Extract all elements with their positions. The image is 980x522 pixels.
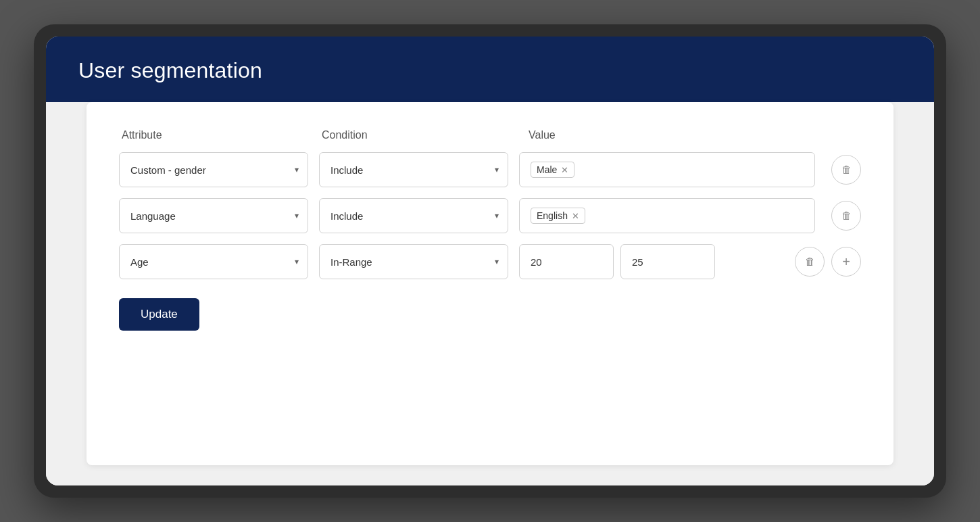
attribute-select-wrapper-1: Custom - gender Language Age (119, 152, 308, 187)
segmentation-card: Attribute Condition Value Custom - gende… (87, 102, 893, 465)
delete-button-3[interactable] (795, 247, 825, 277)
table-header: Attribute Condition Value (119, 129, 861, 141)
value-tag: Male ✕ (531, 162, 574, 178)
plus-icon (842, 254, 850, 270)
value-tags-container-2: English ✕ (519, 198, 815, 233)
action-buttons-2 (831, 201, 861, 231)
value-field-2: English ✕ (519, 198, 815, 233)
condition-select-wrapper-3: Include Exclude In-Range (319, 244, 508, 279)
tag-close-icon[interactable]: ✕ (572, 212, 579, 220)
value-tag: English ✕ (531, 208, 585, 224)
condition-select-wrapper-1: Include Exclude In-Range (319, 152, 508, 187)
attribute-select-1[interactable]: Custom - gender Language Age (119, 152, 308, 187)
trash-icon (841, 210, 852, 222)
content-area: Attribute Condition Value Custom - gende… (46, 102, 934, 485)
range-min-input[interactable] (519, 244, 614, 279)
col-header-condition: Condition (322, 129, 518, 141)
device-frame: User segmentation Attribute Condition Va… (34, 24, 946, 498)
tag-label: Male (537, 164, 557, 175)
range-wrapper (519, 244, 779, 279)
tag-close-icon[interactable]: ✕ (561, 166, 568, 174)
range-max-input[interactable] (620, 244, 715, 279)
attribute-select-2[interactable]: Custom - gender Language Age (119, 198, 308, 233)
table-row: Custom - gender Language Age Include Exc… (119, 152, 861, 187)
condition-select-3[interactable]: Include Exclude In-Range (319, 244, 508, 279)
condition-select-wrapper-2: Include Exclude In-Range (319, 198, 508, 233)
value-tags-container-1: Male ✕ (519, 152, 815, 187)
update-button[interactable]: Update (119, 298, 199, 331)
tag-label: English (537, 210, 568, 221)
add-row-button[interactable] (831, 247, 861, 277)
device-screen: User segmentation Attribute Condition Va… (46, 37, 934, 485)
attribute-select-3[interactable]: Custom - gender Language Age (119, 244, 308, 279)
attribute-select-wrapper-2: Custom - gender Language Age (119, 198, 308, 233)
page-title: User segmentation (78, 58, 902, 83)
condition-select-1[interactable]: Include Exclude In-Range (319, 152, 508, 187)
action-buttons-1 (831, 155, 861, 185)
value-field-1: Male ✕ (519, 152, 815, 187)
table-row: Custom - gender Language Age Include Exc… (119, 198, 861, 233)
attribute-select-wrapper-3: Custom - gender Language Age (119, 244, 308, 279)
table-row: Custom - gender Language Age Include Exc… (119, 244, 861, 279)
col-header-value: Value (529, 129, 725, 141)
col-header-attribute: Attribute (122, 129, 311, 141)
delete-button-2[interactable] (831, 201, 861, 231)
trash-icon (841, 164, 852, 176)
delete-button-1[interactable] (831, 155, 861, 185)
action-buttons-3 (795, 247, 861, 277)
condition-select-2[interactable]: Include Exclude In-Range (319, 198, 508, 233)
trash-icon (805, 256, 815, 268)
